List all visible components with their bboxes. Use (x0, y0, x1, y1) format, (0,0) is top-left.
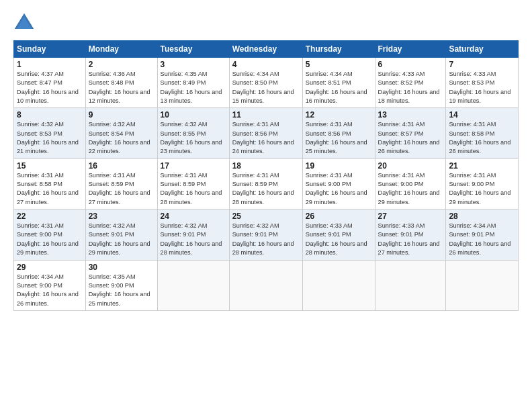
day-info: Sunrise: 4:31 AMSunset: 8:59 PMDaylight:… (161, 171, 226, 207)
calendar-day-cell: 21Sunrise: 4:31 AMSunset: 9:00 PMDayligh… (446, 158, 519, 209)
day-number: 22 (17, 212, 83, 221)
day-info: Sunrise: 4:36 AMSunset: 8:48 PMDaylight:… (89, 70, 154, 105)
day-info: Sunrise: 4:34 AMSunset: 9:00 PMDaylight:… (17, 273, 83, 308)
calendar-header-monday: Monday (85, 41, 157, 58)
day-number: 16 (89, 161, 154, 171)
day-number: 25 (232, 212, 300, 221)
calendar-day-cell: 13Sunrise: 4:31 AMSunset: 8:57 PMDayligh… (375, 108, 446, 158)
day-number: 9 (89, 110, 154, 120)
calendar-day-cell: 20Sunrise: 4:31 AMSunset: 9:00 PMDayligh… (375, 158, 446, 209)
day-info: Sunrise: 4:31 AMSunset: 8:58 PMDaylight:… (449, 120, 515, 156)
calendar-day-cell: 26Sunrise: 4:33 AMSunset: 9:01 PMDayligh… (302, 210, 375, 260)
day-info: Sunrise: 4:31 AMSunset: 9:00 PMDaylight:… (17, 222, 83, 257)
calendar-day-cell: 5Sunrise: 4:34 AMSunset: 8:51 PMDaylight… (302, 58, 375, 108)
day-number: 24 (161, 212, 226, 221)
day-number: 23 (89, 212, 154, 221)
day-info: Sunrise: 4:35 AMSunset: 9:00 PMDaylight:… (89, 273, 154, 308)
calendar-week-row: 29Sunrise: 4:34 AMSunset: 9:00 PMDayligh… (14, 260, 519, 310)
day-number: 11 (232, 110, 300, 120)
calendar-day-cell: 29Sunrise: 4:34 AMSunset: 9:00 PMDayligh… (14, 260, 86, 310)
calendar-day-cell (229, 260, 302, 310)
day-number: 5 (306, 60, 372, 69)
day-info: Sunrise: 4:31 AMSunset: 9:00 PMDaylight:… (378, 171, 443, 207)
day-number: 10 (161, 110, 226, 120)
day-number: 8 (17, 110, 83, 120)
day-info: Sunrise: 4:31 AMSunset: 8:59 PMDaylight:… (232, 171, 300, 207)
calendar-day-cell: 7Sunrise: 4:33 AMSunset: 8:53 PMDaylight… (446, 58, 519, 108)
calendar-day-cell (302, 260, 375, 310)
day-number: 27 (378, 212, 443, 221)
calendar-day-cell: 1Sunrise: 4:37 AMSunset: 8:47 PMDaylight… (14, 58, 86, 108)
calendar-day-cell: 19Sunrise: 4:31 AMSunset: 9:00 PMDayligh… (302, 158, 375, 209)
calendar-day-cell: 24Sunrise: 4:32 AMSunset: 9:01 PMDayligh… (157, 210, 229, 260)
calendar-week-row: 8Sunrise: 4:32 AMSunset: 8:53 PMDaylight… (14, 108, 519, 158)
header (13, 12, 519, 34)
page: SundayMondayTuesdayWednesdayThursdayFrid… (0, 0, 532, 411)
calendar-day-cell: 28Sunrise: 4:34 AMSunset: 9:01 PMDayligh… (446, 210, 519, 260)
day-number: 1 (17, 60, 83, 69)
calendar-week-row: 22Sunrise: 4:31 AMSunset: 9:00 PMDayligh… (14, 210, 519, 260)
calendar-header-thursday: Thursday (302, 41, 375, 58)
day-info: Sunrise: 4:33 AMSunset: 8:52 PMDaylight:… (378, 70, 443, 105)
day-info: Sunrise: 4:31 AMSunset: 9:00 PMDaylight:… (306, 171, 372, 207)
calendar-day-cell: 18Sunrise: 4:31 AMSunset: 8:59 PMDayligh… (229, 158, 302, 209)
calendar-day-cell: 25Sunrise: 4:32 AMSunset: 9:01 PMDayligh… (229, 210, 302, 260)
calendar-day-cell (446, 260, 519, 310)
day-number: 6 (378, 60, 443, 69)
calendar-header-tuesday: Tuesday (157, 41, 229, 58)
calendar-day-cell: 11Sunrise: 4:31 AMSunset: 8:56 PMDayligh… (229, 108, 302, 158)
day-number: 20 (378, 161, 443, 171)
calendar-day-cell: 2Sunrise: 4:36 AMSunset: 8:48 PMDaylight… (85, 58, 157, 108)
day-number: 3 (161, 60, 226, 69)
calendar-week-row: 15Sunrise: 4:31 AMSunset: 8:58 PMDayligh… (14, 158, 519, 209)
day-number: 26 (306, 212, 372, 221)
day-number: 18 (232, 161, 300, 171)
calendar-header-sunday: Sunday (14, 41, 86, 58)
calendar-day-cell: 8Sunrise: 4:32 AMSunset: 8:53 PMDaylight… (14, 108, 86, 158)
calendar-day-cell: 27Sunrise: 4:33 AMSunset: 9:01 PMDayligh… (375, 210, 446, 260)
day-info: Sunrise: 4:32 AMSunset: 9:01 PMDaylight:… (89, 222, 154, 257)
day-number: 30 (89, 263, 154, 272)
day-info: Sunrise: 4:34 AMSunset: 8:50 PMDaylight:… (232, 70, 300, 105)
calendar-day-cell: 23Sunrise: 4:32 AMSunset: 9:01 PMDayligh… (85, 210, 157, 260)
day-number: 28 (449, 212, 515, 221)
calendar-header-friday: Friday (375, 41, 446, 58)
day-number: 2 (89, 60, 154, 69)
day-number: 4 (232, 60, 300, 69)
calendar-day-cell (375, 260, 446, 310)
day-info: Sunrise: 4:32 AMSunset: 9:01 PMDaylight:… (232, 222, 300, 257)
day-info: Sunrise: 4:34 AMSunset: 9:01 PMDaylight:… (449, 222, 515, 257)
day-number: 21 (449, 161, 515, 171)
day-info: Sunrise: 4:33 AMSunset: 8:53 PMDaylight:… (449, 70, 515, 105)
day-info: Sunrise: 4:34 AMSunset: 8:51 PMDaylight:… (306, 70, 372, 105)
day-info: Sunrise: 4:31 AMSunset: 8:56 PMDaylight:… (232, 120, 300, 156)
day-number: 15 (17, 161, 83, 171)
calendar-day-cell: 4Sunrise: 4:34 AMSunset: 8:50 PMDaylight… (229, 58, 302, 108)
calendar-day-cell: 30Sunrise: 4:35 AMSunset: 9:00 PMDayligh… (85, 260, 157, 310)
day-info: Sunrise: 4:32 AMSunset: 8:54 PMDaylight:… (89, 120, 154, 156)
day-number: 12 (306, 110, 372, 120)
calendar-day-cell: 16Sunrise: 4:31 AMSunset: 8:59 PMDayligh… (85, 158, 157, 209)
day-info: Sunrise: 4:31 AMSunset: 8:58 PMDaylight:… (17, 171, 83, 207)
calendar-header-row: SundayMondayTuesdayWednesdayThursdayFrid… (14, 41, 519, 58)
day-info: Sunrise: 4:31 AMSunset: 8:56 PMDaylight:… (306, 120, 372, 156)
day-info: Sunrise: 4:32 AMSunset: 8:55 PMDaylight:… (161, 120, 226, 156)
day-info: Sunrise: 4:33 AMSunset: 9:01 PMDaylight:… (378, 222, 443, 257)
day-info: Sunrise: 4:33 AMSunset: 9:01 PMDaylight:… (306, 222, 372, 257)
day-info: Sunrise: 4:31 AMSunset: 8:57 PMDaylight:… (378, 120, 443, 156)
calendar-day-cell: 22Sunrise: 4:31 AMSunset: 9:00 PMDayligh… (14, 210, 86, 260)
logo-icon (13, 12, 35, 34)
day-number: 14 (449, 110, 515, 120)
calendar-day-cell: 10Sunrise: 4:32 AMSunset: 8:55 PMDayligh… (157, 108, 229, 158)
calendar-header-wednesday: Wednesday (229, 41, 302, 58)
calendar-day-cell: 12Sunrise: 4:31 AMSunset: 8:56 PMDayligh… (302, 108, 375, 158)
day-info: Sunrise: 4:31 AMSunset: 9:00 PMDaylight:… (449, 171, 515, 207)
calendar-day-cell: 15Sunrise: 4:31 AMSunset: 8:58 PMDayligh… (14, 158, 86, 209)
day-number: 13 (378, 110, 443, 120)
day-info: Sunrise: 4:31 AMSunset: 8:59 PMDaylight:… (89, 171, 154, 207)
day-number: 19 (306, 161, 372, 171)
day-info: Sunrise: 4:37 AMSunset: 8:47 PMDaylight:… (17, 70, 83, 105)
day-info: Sunrise: 4:32 AMSunset: 9:01 PMDaylight:… (161, 222, 226, 257)
calendar-header-saturday: Saturday (446, 41, 519, 58)
logo (13, 12, 39, 34)
